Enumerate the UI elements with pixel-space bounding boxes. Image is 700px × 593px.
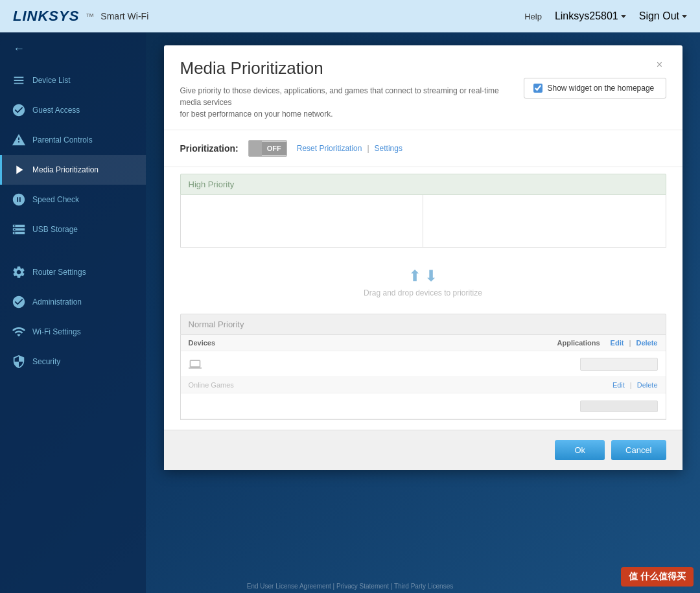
devices-column-header: Devices xyxy=(189,339,557,347)
app-select-dropdown[interactable] xyxy=(580,358,658,371)
games-select-dropdown[interactable] xyxy=(580,401,658,412)
modal-header: Media Prioritization Give priority to th… xyxy=(164,45,682,130)
footer-links: End User License Agreement | Privacy Sta… xyxy=(0,583,700,590)
cancel-button[interactable]: Cancel xyxy=(611,440,666,460)
drag-drop-text: Drag and drop devices to prioritize xyxy=(364,288,482,297)
user-label: Linksys25801 xyxy=(555,10,618,22)
main-layout: ← Device List Guest Access Parental Cont… xyxy=(0,32,700,593)
sidebar-item-wifi[interactable]: Wi-Fi Settings xyxy=(0,317,146,347)
widget-checkbox-container[interactable]: Show widget on the homepage xyxy=(524,78,666,99)
applications-column-header: Applications Edit | Delete xyxy=(557,339,658,347)
arrow-down-icon: ⬇ xyxy=(425,267,438,285)
sidebar: ← Device List Guest Access Parental Cont… xyxy=(0,32,146,593)
arrow-up-icon: ⬆ xyxy=(408,267,421,285)
modal-title: Media Prioritization xyxy=(180,58,524,78)
signout-menu[interactable]: Sign Out xyxy=(639,10,687,22)
online-games-delete-link[interactable]: Delete xyxy=(637,381,658,389)
online-games-label: Online Games xyxy=(189,381,234,389)
sidebar-item-security[interactable]: Security xyxy=(0,347,146,377)
logo-text: LINKSYS xyxy=(13,8,79,25)
sidebar-item-devices-label: Device List xyxy=(32,76,71,85)
sidebar-item-storage-label: USB Storage xyxy=(32,225,78,234)
sidebar-item-media-label: Media Prioritization xyxy=(32,165,99,174)
sidebar-item-wifi-label: Wi-Fi Settings xyxy=(32,327,81,336)
sidebar-item-guest[interactable]: Guest Access xyxy=(0,95,146,125)
applications-edit-link[interactable]: Edit xyxy=(611,339,624,347)
normal-priority-body: Devices Applications Edit | Delete xyxy=(180,335,666,420)
sidebar-item-admin-label: Administration xyxy=(32,297,82,307)
table-separator-2: | xyxy=(629,339,631,347)
media-icon xyxy=(12,163,26,177)
speed-icon xyxy=(12,192,26,207)
storage-icon xyxy=(12,222,26,237)
applications-label: Applications xyxy=(557,339,600,347)
modal-footer: Ok Cancel xyxy=(164,430,682,470)
high-priority-col-right xyxy=(423,195,666,247)
signout-dropdown-arrow-icon xyxy=(682,15,687,18)
high-priority-col-left xyxy=(181,195,424,247)
normal-table-header-row: Devices Applications Edit | Delete xyxy=(181,335,666,351)
high-priority-header: High Priority xyxy=(180,174,666,195)
sidebar-items: Device List Guest Access Parental Contro… xyxy=(0,65,146,377)
device-computer-icon xyxy=(189,358,202,371)
drag-drop-area: ⬆ ⬇ Drag and drop devices to prioritize xyxy=(164,254,682,310)
modal-description: Give priority to those devices, applicat… xyxy=(180,85,504,120)
wifi-icon xyxy=(12,325,26,339)
sidebar-item-parental[interactable]: Parental Controls xyxy=(0,125,146,155)
games-select-row xyxy=(181,393,666,419)
admin-icon xyxy=(12,295,26,309)
parental-icon xyxy=(12,133,26,147)
sidebar-item-parental-label: Parental Controls xyxy=(32,135,93,145)
online-games-row: Online Games Edit | Delete xyxy=(181,377,666,393)
prioritization-toggle[interactable]: OFF xyxy=(248,140,287,157)
sidebar-item-settings[interactable]: Router Settings xyxy=(0,257,146,287)
sidebar-item-speed-label: Speed Check xyxy=(32,195,79,204)
user-menu[interactable]: Linksys25801 xyxy=(555,10,626,22)
device-name-label xyxy=(207,360,209,369)
sidebar-item-storage[interactable]: USB Storage xyxy=(0,215,146,244)
sidebar-item-devices[interactable]: Device List xyxy=(0,65,146,95)
online-games-edit-link[interactable]: Edit xyxy=(612,381,625,389)
high-priority-body xyxy=(180,195,666,248)
user-dropdown-arrow-icon xyxy=(621,15,626,18)
sidebar-back-button[interactable]: ← xyxy=(0,32,146,65)
watermark-text: 值 什么值得买 xyxy=(629,571,686,581)
media-prioritization-modal: Media Prioritization Give priority to th… xyxy=(164,45,682,470)
prioritization-links: Reset Prioritization | Settings xyxy=(297,144,402,153)
drag-arrows: ⬆ ⬇ xyxy=(408,267,438,285)
online-games-links: Edit | Delete xyxy=(612,381,658,389)
signout-label: Sign Out xyxy=(639,10,679,22)
guest-icon xyxy=(12,103,26,117)
applications-delete-link[interactable]: Delete xyxy=(636,339,657,347)
prioritization-section: Prioritization: OFF Reset Prioritization… xyxy=(164,130,682,167)
sidebar-item-media[interactable]: Media Prioritization xyxy=(0,155,146,185)
sidebar-item-guest-label: Guest Access xyxy=(32,106,80,115)
normal-priority-header: Normal Priority xyxy=(180,314,666,335)
settings-icon xyxy=(12,265,26,279)
normal-priority-section: Normal Priority Devices Applications Edi… xyxy=(164,310,682,430)
app-select-section xyxy=(580,358,658,371)
prioritization-label: Prioritization: xyxy=(180,143,239,154)
watermark: 值 什么值得买 xyxy=(621,567,694,587)
ok-button[interactable]: Ok xyxy=(555,440,605,460)
sidebar-item-settings-label: Router Settings xyxy=(32,268,86,277)
product-name: Smart Wi-Fi xyxy=(100,11,148,21)
sidebar-item-admin[interactable]: Administration xyxy=(0,287,146,317)
header-nav: Help Linksys25801 Sign Out xyxy=(524,10,687,22)
sidebar-item-speed[interactable]: Speed Check xyxy=(0,185,146,215)
content-area: Media Prioritization Give priority to th… xyxy=(146,32,700,593)
devices-icon xyxy=(12,73,26,87)
toggle-slider xyxy=(249,141,262,156)
games-select-section xyxy=(580,401,658,412)
widget-checkbox-input[interactable] xyxy=(533,84,542,93)
device-row xyxy=(181,351,666,377)
security-icon xyxy=(12,355,26,369)
logo-divider: ™ xyxy=(86,12,94,21)
reset-prioritization-link[interactable]: Reset Prioritization xyxy=(297,144,362,153)
online-games-sep: | xyxy=(630,381,632,389)
help-link[interactable]: Help xyxy=(524,12,542,21)
modal-close-button[interactable]: × xyxy=(653,58,666,71)
high-priority-section: High Priority xyxy=(164,167,682,254)
modal-title-section: Media Prioritization Give priority to th… xyxy=(180,58,524,120)
settings-link[interactable]: Settings xyxy=(375,144,402,153)
